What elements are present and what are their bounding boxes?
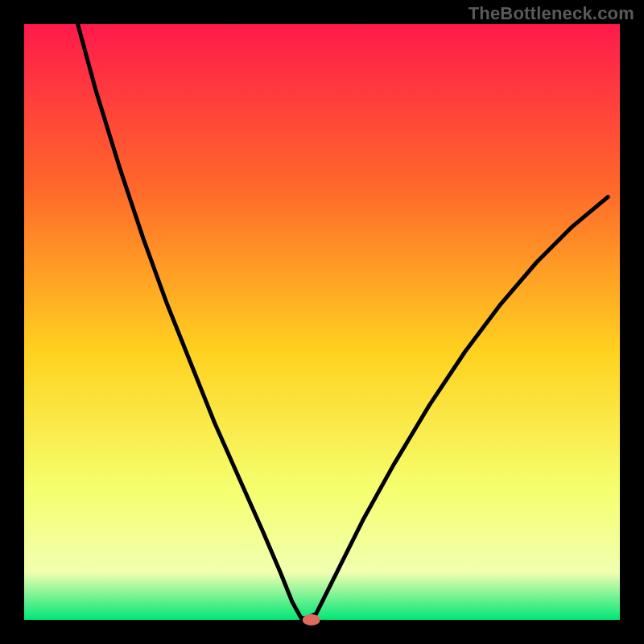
chart-frame: TheBottleneck.com [0, 0, 644, 644]
plot-background [24, 24, 620, 620]
bottleneck-chart [0, 0, 644, 644]
watermark-text: TheBottleneck.com [469, 3, 634, 24]
optimal-point-marker [303, 614, 320, 625]
